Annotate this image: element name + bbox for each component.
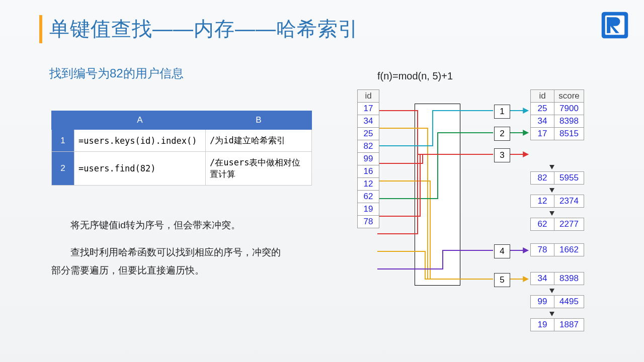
code-table: A B 1 =users.keys(id).index() /为id建立哈希索引… xyxy=(51,111,312,186)
res-score: 1662 xyxy=(554,244,584,256)
chain-arrow-icon xyxy=(549,211,554,216)
bucket-box: 3 xyxy=(494,148,510,162)
bucket-box: 1 xyxy=(494,105,510,119)
chain-arrow-icon xyxy=(549,312,554,316)
body2-line1: 查找时利用哈希函数可以找到相应的序号，冲突的 xyxy=(51,243,323,261)
body-paragraph-2: 查找时利用哈希函数可以找到相应的序号，冲突的 部分需要遍历，但要比直接遍历快。 xyxy=(51,243,323,280)
res-id-header: id xyxy=(531,90,554,103)
col-a-header: A xyxy=(74,111,206,130)
cell-a2: =users.find(82) xyxy=(74,152,206,186)
id-cell: 25 xyxy=(358,128,379,140)
id-cell: 82 xyxy=(358,140,379,153)
result-table: 781662 xyxy=(530,243,584,256)
res-id: 12 xyxy=(531,195,554,208)
cell-b1: /为id建立哈希索引 xyxy=(206,130,312,152)
page-title: 单键值查找——内存——哈希索引 xyxy=(49,15,359,43)
chain-arrow-icon xyxy=(549,165,554,169)
res-id: 78 xyxy=(531,244,554,256)
id-cell: 16 xyxy=(358,165,379,178)
col-b-header: B xyxy=(206,111,312,130)
id-cell: 99 xyxy=(358,153,379,165)
result-table: 825955 xyxy=(530,171,584,185)
id-cell: 12 xyxy=(358,178,379,191)
body-paragraph-1: 将无序键值id转为序号，但会带来冲突。 xyxy=(51,216,240,234)
id-cell: 62 xyxy=(358,191,379,203)
page-subtitle: 找到编号为82的用户信息 xyxy=(49,65,184,81)
chain-arrow-icon xyxy=(549,188,554,193)
table-row: 2 =users.find(82) /在users表中做相对位置计算 xyxy=(52,152,312,186)
res-id: 19 xyxy=(531,319,554,331)
res-score: 8515 xyxy=(554,128,584,140)
res-id: 17 xyxy=(531,128,554,140)
hash-function-label: f(n)=mod(n, 5)+1 xyxy=(377,70,453,82)
hash-mid-box xyxy=(437,104,460,286)
result-table: 122374 xyxy=(530,195,584,208)
res-id: 34 xyxy=(531,115,554,128)
id-cell: 17 xyxy=(358,103,379,115)
res-score: 8398 xyxy=(554,273,584,285)
bucket-box: 4 xyxy=(494,244,510,258)
res-id: 25 xyxy=(531,103,554,115)
result-table: 191887 xyxy=(530,318,584,331)
res-score: 1887 xyxy=(554,319,584,331)
hash-mid-box xyxy=(415,104,438,286)
title-accent xyxy=(39,15,42,43)
result-table: 622277 xyxy=(530,218,584,231)
result-table: idscore 257900 348398 178515 xyxy=(530,89,584,140)
row-num: 2 xyxy=(52,152,74,186)
result-table: 994495 xyxy=(530,295,584,308)
res-score: 2277 xyxy=(554,218,584,231)
hash-diagram: f(n)=mod(n, 5)+1 xyxy=(352,70,614,342)
id-table: id 17 34 25 82 99 16 12 62 19 78 xyxy=(357,89,379,228)
res-id: 34 xyxy=(531,273,554,285)
res-score-header: score xyxy=(554,90,584,103)
res-id: 99 xyxy=(531,296,554,308)
bucket-box: 2 xyxy=(494,127,510,141)
res-score: 8398 xyxy=(554,115,584,128)
result-table: 348398 xyxy=(530,272,584,285)
chain-arrow-icon xyxy=(549,289,554,293)
svg-rect-2 xyxy=(607,17,609,33)
cell-a1: =users.keys(id).index() xyxy=(74,130,206,152)
res-id: 62 xyxy=(531,218,554,231)
cell-b2: /在users表中做相对位置计算 xyxy=(206,152,312,186)
id-cell: 19 xyxy=(358,203,379,216)
slide: 单键值查找——内存——哈希索引 找到编号为82的用户信息 A B 1 =user… xyxy=(0,0,644,362)
res-score: 5955 xyxy=(554,172,584,185)
id-header: id xyxy=(358,90,379,103)
logo-icon xyxy=(601,11,629,39)
bucket-box: 5 xyxy=(494,273,510,287)
res-score: 2374 xyxy=(554,195,584,208)
body2-line2: 部分需要遍历，但要比直接遍历快。 xyxy=(51,265,204,276)
res-score: 7900 xyxy=(554,103,584,115)
res-score: 4495 xyxy=(554,296,584,308)
res-id: 82 xyxy=(531,172,554,185)
row-num: 1 xyxy=(52,130,74,152)
table-row: 1 =users.keys(id).index() /为id建立哈希索引 xyxy=(52,130,312,152)
col-corner xyxy=(52,111,74,130)
id-cell: 34 xyxy=(358,115,379,128)
id-cell: 78 xyxy=(358,216,379,228)
